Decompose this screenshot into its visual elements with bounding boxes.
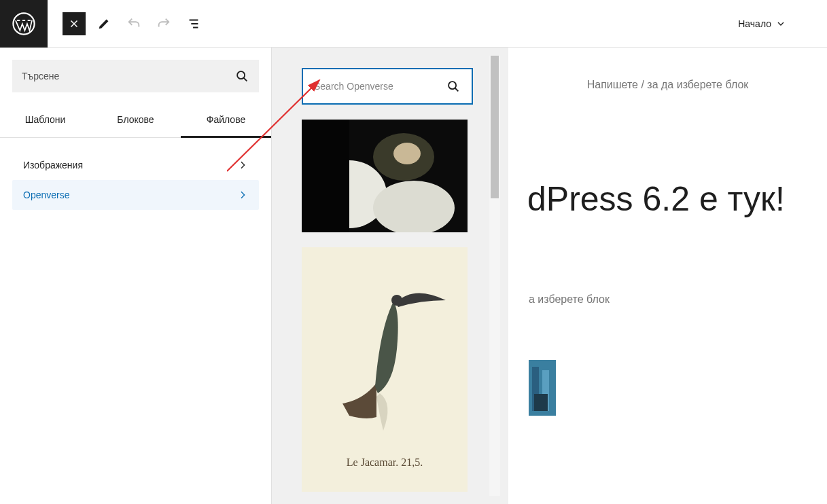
editor-canvas[interactable]: Напишете / за да изберете блок dPress 6.… bbox=[508, 48, 827, 504]
inserter-tabs: Шаблони Блокове Файлове bbox=[0, 105, 271, 138]
block-placeholder[interactable]: Напишете / за да изберете блок bbox=[522, 79, 813, 91]
svg-rect-8 bbox=[302, 120, 349, 232]
template-selector[interactable]: Начало bbox=[738, 18, 786, 29]
svg-point-5 bbox=[393, 143, 421, 164]
inserter-search[interactable] bbox=[12, 60, 259, 92]
undo-icon[interactable] bbox=[122, 12, 145, 35]
category-label: Изображения bbox=[23, 160, 83, 170]
media-category-list: Изображения Openverse bbox=[0, 138, 271, 222]
category-openverse[interactable]: Openverse bbox=[12, 180, 259, 210]
tab-media[interactable]: Файлове bbox=[181, 105, 271, 137]
category-label: Openverse bbox=[23, 190, 69, 200]
search-icon bbox=[446, 79, 461, 94]
svg-text:Le Jacamar. 21,5.: Le Jacamar. 21,5. bbox=[347, 456, 423, 468]
scrollbar-thumb[interactable] bbox=[491, 56, 499, 198]
openverse-search-input[interactable] bbox=[314, 81, 446, 92]
media-preview-panel: Le Jacamar. 21,5. bbox=[272, 48, 508, 504]
content-image-fragment bbox=[529, 360, 556, 416]
chevron-right-icon bbox=[237, 190, 248, 200]
inserter-sidebar: Шаблони Блокове Файлове Изображения Open… bbox=[0, 48, 272, 504]
media-thumbnail[interactable]: Le Jacamar. 21,5. bbox=[302, 247, 468, 492]
list-view-icon[interactable] bbox=[182, 12, 205, 35]
svg-point-2 bbox=[448, 82, 456, 89]
close-inserter-button[interactable] bbox=[63, 12, 86, 35]
template-label: Начало bbox=[738, 18, 771, 29]
chevron-right-icon bbox=[237, 160, 248, 170]
block-placeholder[interactable]: а изберете блок bbox=[529, 293, 813, 306]
svg-rect-15 bbox=[534, 394, 548, 411]
toolbar-left bbox=[48, 12, 205, 35]
media-scroll-area: Le Jacamar. 21,5. bbox=[280, 56, 484, 496]
page-heading[interactable]: dPress 6.2 е тук! bbox=[527, 179, 813, 219]
wp-logo[interactable] bbox=[0, 0, 48, 48]
tab-blocks[interactable]: Блокове bbox=[90, 105, 181, 137]
editor-topbar: Начало bbox=[0, 0, 827, 48]
svg-point-10 bbox=[391, 295, 402, 306]
search-icon bbox=[234, 69, 249, 84]
chevron-down-icon bbox=[775, 18, 786, 29]
svg-point-1 bbox=[237, 71, 245, 79]
editor-main: Шаблони Блокове Файлове Изображения Open… bbox=[0, 48, 827, 504]
edit-icon[interactable] bbox=[92, 12, 116, 35]
inserter-search-input[interactable] bbox=[22, 71, 234, 82]
redo-icon[interactable] bbox=[152, 12, 175, 35]
tab-patterns[interactable]: Шаблони bbox=[0, 105, 90, 137]
openverse-search[interactable] bbox=[302, 68, 473, 105]
scrollbar[interactable] bbox=[489, 56, 500, 496]
category-images[interactable]: Изображения bbox=[12, 150, 259, 180]
media-thumbnail[interactable] bbox=[302, 120, 468, 232]
